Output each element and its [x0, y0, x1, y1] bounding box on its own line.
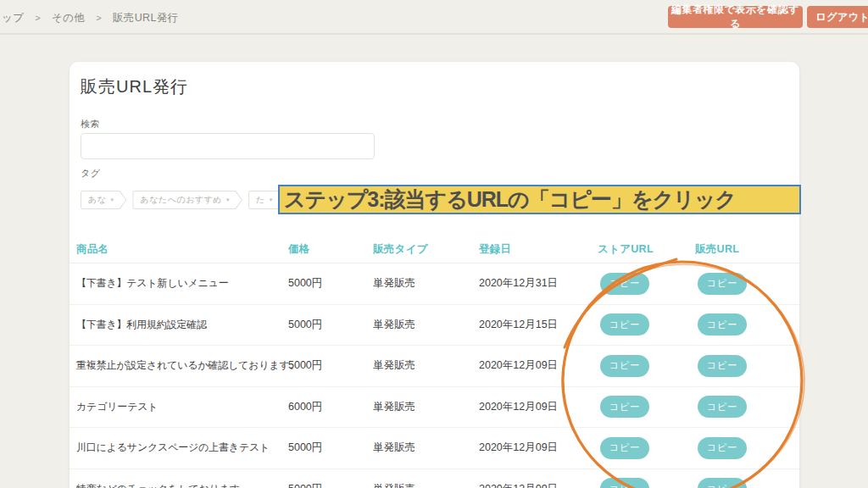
tag-chip-label: た: [256, 194, 265, 206]
chevron-down-icon: ▾: [270, 197, 273, 203]
breadcrumb-separator: >: [35, 13, 41, 23]
table-row: 特商などのチェックをしております 5000円 単発販売 2020年12月09日 …: [70, 469, 799, 488]
tags-label: タグ: [81, 167, 101, 180]
main-card: 販売URL発行 検索 タグ あな ▾ あなたへのおすすめ ▾ た ▾ 沖縄 ▾: [70, 62, 799, 488]
step-instruction-banner: ステップ3:該当するURLの「コピー」をクリック: [278, 185, 801, 214]
table-header-row: 商品名 価格 販売タイプ 登録日 ストアURL 販売URL: [70, 236, 799, 263]
sales-type-cell: 単発販売: [373, 441, 479, 455]
sales-type-cell: 単発販売: [373, 358, 479, 373]
price-cell: 5000円: [288, 482, 373, 488]
header-registered-date: 登録日: [479, 242, 598, 257]
breadcrumb-item-current: 販売URL発行: [113, 12, 179, 24]
product-name-cell: 特商などのチェックをしております: [76, 482, 288, 488]
logout-button[interactable]: ログアウト: [807, 6, 868, 28]
tag-chip-label: あな: [88, 194, 106, 206]
header-sales-url: 販売URL: [695, 242, 799, 257]
table-row: カテゴリーテスト 6000円 単発販売 2020年12月09日 コピー コピー: [70, 387, 799, 429]
sales-type-cell: 単発販売: [373, 482, 479, 488]
sales-type-cell: 単発販売: [373, 318, 479, 332]
sales-url-copy-button[interactable]: コピー: [698, 355, 747, 377]
sales-type-cell: 単発販売: [373, 400, 479, 414]
table-row: 【下書き】利用規約設定確認 5000円 単発販売 2020年12月15日 コピー…: [70, 305, 799, 347]
store-url-copy-button[interactable]: コピー: [600, 273, 649, 295]
sales-url-copy-button[interactable]: コピー: [698, 478, 747, 488]
breadcrumb-item-top[interactable]: ップ: [2, 12, 24, 24]
price-cell: 5000円: [288, 318, 373, 332]
tag-chip[interactable]: あなたへのおすすめ ▾: [132, 191, 242, 209]
header-sales-type: 販売タイプ: [373, 242, 479, 257]
table-row: 【下書き】テスト新しいメニュー 5000円 単発販売 2020年12月31日 コ…: [70, 263, 799, 305]
price-cell: 5000円: [288, 441, 373, 455]
registered-date-cell: 2020年12月15日: [479, 318, 598, 332]
product-name-cell: 【下書き】利用規約設定確認: [76, 318, 288, 332]
header-product-name: 商品名: [76, 242, 288, 257]
breadcrumb-separator: >: [96, 13, 102, 23]
search-input[interactable]: [81, 133, 375, 159]
sales-type-cell: 単発販売: [373, 276, 479, 291]
sales-url-copy-button[interactable]: コピー: [698, 313, 747, 336]
topbar: ップ > その他 > 販売URL発行 編集者権限で表示を確認する ログアウト: [0, 0, 868, 35]
page-title: 販売URL発行: [81, 75, 188, 98]
chevron-down-icon: ▾: [110, 197, 114, 203]
breadcrumb-item-other[interactable]: その他: [52, 12, 85, 24]
registered-date-cell: 2020年12月09日: [479, 400, 598, 414]
header-store-url: ストアURL: [598, 242, 695, 257]
registered-date-cell: 2020年12月09日: [479, 358, 598, 373]
product-name-cell: 重複禁止が設定されているか確認しております。: [76, 358, 288, 373]
registered-date-cell: 2020年12月09日: [479, 482, 598, 488]
table-row: 重複禁止が設定されているか確認しております。 5000円 単発販売 2020年1…: [70, 346, 799, 387]
table-row: 川口によるサンクスページの上書きテスト 5000円 単発販売 2020年12月0…: [70, 428, 799, 469]
products-table: 商品名 価格 販売タイプ 登録日 ストアURL 販売URL 【下書き】テスト新し…: [70, 236, 799, 488]
store-url-copy-button[interactable]: コピー: [600, 355, 649, 377]
registered-date-cell: 2020年12月09日: [479, 441, 598, 455]
store-url-copy-button[interactable]: コピー: [600, 437, 649, 459]
tag-chip[interactable]: あな ▾: [81, 191, 126, 209]
store-url-copy-button[interactable]: コピー: [600, 313, 649, 336]
store-url-copy-button[interactable]: コピー: [600, 478, 649, 488]
store-url-copy-button[interactable]: コピー: [600, 396, 649, 418]
product-name-cell: 川口によるサンクスページの上書きテスト: [76, 441, 288, 455]
check-editor-view-button[interactable]: 編集者権限で表示を確認する: [668, 6, 803, 28]
sales-url-copy-button[interactable]: コピー: [698, 396, 747, 418]
sales-url-copy-button[interactable]: コピー: [698, 437, 747, 459]
registered-date-cell: 2020年12月31日: [479, 276, 598, 291]
search-label: 検索: [81, 118, 100, 130]
product-name-cell: カテゴリーテスト: [76, 400, 288, 414]
tag-chip-label: あなたへのおすすめ: [140, 194, 222, 206]
product-name-cell: 【下書き】テスト新しいメニュー: [76, 276, 288, 291]
breadcrumb: ップ > その他 > 販売URL発行: [2, 11, 179, 25]
chevron-down-icon: ▾: [226, 197, 230, 203]
header-price: 価格: [288, 242, 373, 257]
price-cell: 6000円: [288, 400, 373, 414]
price-cell: 5000円: [288, 358, 373, 373]
price-cell: 5000円: [288, 276, 373, 291]
sales-url-copy-button[interactable]: コピー: [698, 273, 747, 295]
